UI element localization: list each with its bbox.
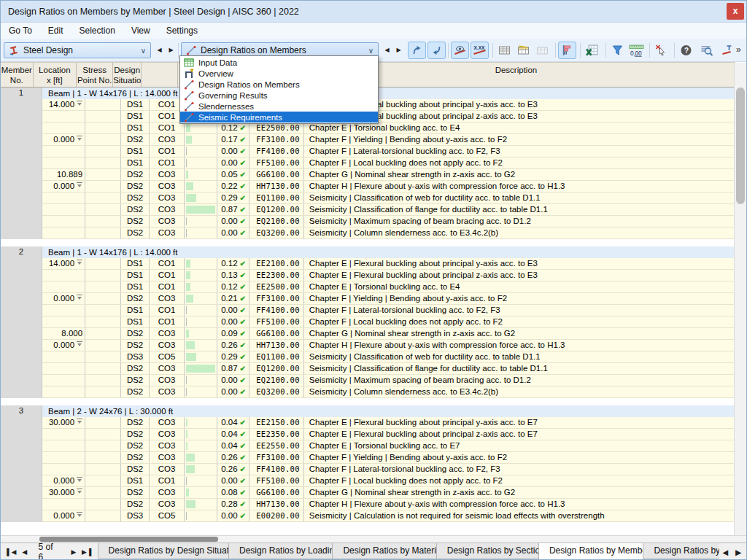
table-row[interactable]: DS2CO30.87✔EQ1200.00Seismicity | Classif… [42,204,735,216]
table-row[interactable]: 0.000DS1CO10.00✔FF5100.00Chapter F | Loc… [42,475,735,487]
cell-ratio-bar [185,363,217,374]
member-group-header[interactable]: Beam | 1 - W 14x176 | L : 14.000 ft [42,88,735,99]
member-results-icon[interactable] [718,42,736,59]
table-row[interactable]: 14.000DS1CO10.12✔EE2100.00Chapter E | Fl… [42,99,735,111]
toolbar-overflow-chevron[interactable]: » [736,44,741,55]
jump-to-previous-icon[interactable] [408,42,426,59]
table-row[interactable]: 30.000DS2CO30.04✔EE2150.00Chapter E | Fl… [42,417,735,429]
menu-item-selection[interactable]: Selection [71,23,123,39]
jump-to-next-icon[interactable] [427,42,446,59]
next-module-button[interactable]: ▶ [166,43,177,58]
next-table-button[interactable]: ▶ [393,43,404,58]
filter-funnel-icon[interactable] [608,42,627,59]
last-page-button[interactable]: ▶▐ [80,548,93,556]
module-combo[interactable]: Steel Design ∨ [4,42,151,58]
menu-item-go-to[interactable]: Go To [1,23,40,39]
table-row[interactable]: DS1CO10.13✔EE2300.00Chapter E | Flexural… [42,270,735,281]
table-row[interactable]: DS2CO30.04✔EE2550.00Chapter E | Torsiona… [42,440,735,452]
table-row[interactable]: DS3CO50.29✔EQ1100.00Seismicity | Classif… [42,351,735,363]
tab-design-ratios-by-loading[interactable]: Design Ratios by Loading [228,543,333,559]
table-row[interactable]: DS1CO10.12✔EE2500.00Chapter E | Torsiona… [42,122,735,134]
table-row[interactable]: DS2CO30.28✔HH7130.00Chapter H | Flexure … [42,499,735,510]
vertical-scrollbar[interactable] [734,63,746,535]
table-row[interactable]: DS1CO10.00✔FF5100.00Chapter F | Local bu… [42,158,735,169]
table-row[interactable]: 8.000DS2CO30.09✔GG6100.00Chapter G | Nom… [42,328,735,340]
member-group-header[interactable]: Beam | 2 - W 24x76 | L : 30.000 ft [42,405,735,417]
check-passed-icon: ✔ [240,206,246,214]
vertical-scrollbar-thumb[interactable] [736,88,745,204]
column-header-ds[interactable]: DesignSituation [113,63,142,87]
table-row[interactable]: DS1CO10.00✔FF4100.00Chapter F | Lateral-… [42,305,735,316]
prev-module-button[interactable]: ◀ [154,43,165,58]
table-row[interactable]: DS2CO30.26✔FF4100.00Chapter F | Lateral-… [42,464,735,475]
table-row[interactable]: DS2CO30.87✔EQ1200.00Seismicity | Classif… [42,363,735,375]
cell-stress-point [85,111,121,122]
table-row[interactable]: DS2CO30.00✔EQ3200.00Seismicity | Column … [42,386,735,398]
member-group-header[interactable]: Beam | 1 - W 14x176 | L : 14.000 ft [42,246,735,258]
tab-scroll-right-icon[interactable]: ▶ [732,548,745,556]
tab-design-ratios-by-section[interactable]: Design Ratios by Section [436,543,539,559]
dropdown-item-input-data[interactable]: Input Data [180,57,378,68]
table-row[interactable]: DS1CO10.00✔FF4100.00Chapter F | Lateral-… [42,146,735,158]
table-row[interactable]: 0.000DS2CO30.21✔FF3100.00Chapter F | Yie… [42,293,735,305]
tab-scroll-left-icon[interactable]: ◀ [719,548,732,556]
dropdown-item-design-ratios-on-members[interactable]: Design Ratios on Members [180,79,378,90]
table-row[interactable]: DS2CO30.29✔EQ1100.00Seismicity | Classif… [42,192,735,204]
close-button[interactable]: x [727,3,744,20]
horizontal-scrollbar[interactable] [1,535,747,542]
decimal-places-icon[interactable]: 0,00 [627,42,646,59]
prev-page-button[interactable]: ◀ [18,548,31,556]
table-row[interactable]: DS2CO30.00✔EQ2100.00Seismicity | Maximum… [42,216,735,228]
dropdown-item-overview[interactable]: Overview [180,68,378,79]
table-row[interactable]: 10.889DS2CO30.05✔GG6100.00Chapter G | No… [42,169,735,181]
dropdown-item-seismic-requirements[interactable]: Seismic Requirements [180,112,378,122]
result-chart-panel-icon[interactable] [558,42,576,59]
help-icon[interactable]: ? [677,42,695,59]
table-row[interactable]: 0.000DS3CO50.00✔E00200.00Seismicity | Ca… [42,510,735,522]
cell-ratio-bar [185,134,217,145]
tab-design-ratios-by-material[interactable]: Design Ratios by Material [332,543,436,559]
tab-design-ratios-by-member[interactable]: Design Ratios by Member [538,543,643,560]
table-grid-icon[interactable] [495,42,514,59]
table-row[interactable]: 0.000DS2CO30.26✔HH7130.00Chapter H | Fle… [42,340,735,351]
table-row[interactable]: DS2CO30.00✔EQ3200.00Seismicity | Column … [42,228,735,239]
table-row[interactable]: DS2CO30.00✔EQ2100.00Seismicity | Maximum… [42,375,735,386]
table-row[interactable]: 0.000DS2CO30.17✔FF3100.00Chapter F | Yie… [42,134,735,146]
next-page-button[interactable]: ▶ [67,548,80,556]
menu-item-view[interactable]: View [123,23,158,39]
tab-design-ratios-by-design-situation[interactable]: Design Ratios by Design Situation [98,543,229,559]
show-values-icon[interactable]: X.XX [471,42,489,59]
menu-item-edit[interactable]: Edit [40,23,71,39]
table-row[interactable]: DS2CO30.04✔EE2350.00Chapter E | Flexural… [42,429,735,440]
horizontal-scrollbar-thumb[interactable] [39,537,218,542]
tab-design-ratios-by[interactable]: Design Ratios by [643,543,719,559]
column-header-loc[interactable]: Locationx [ft] [34,63,77,87]
table-plain-icon[interactable] [533,42,551,59]
prev-table-button[interactable]: ◀ [382,43,392,58]
column-header-mem[interactable]: MemberNo. [1,63,34,87]
cell-loading: CO3 [150,375,185,386]
table-row[interactable]: DS1CO10.13✔EE2300.00Chapter E | Flexural… [42,111,735,122]
cell-design-check: EQ1200.00 [249,204,304,215]
cell-ratio-bar [185,510,217,521]
dropdown-item-governing-results[interactable]: Governing Results [180,90,378,101]
excel-export-icon[interactable] [583,42,601,59]
table-row[interactable]: DS2CO30.26✔FF3100.00Chapter F | Yielding… [42,452,735,464]
table-row[interactable]: 30.000DS2CO30.08✔GG6100.00Chapter G | No… [42,487,735,499]
dropdown-item-slendernesses[interactable]: Slendernesses [180,101,378,112]
cell-ratio-bar [185,487,217,498]
table-row[interactable]: 0.000DS2CO30.22✔HH7130.00Chapter H | Fle… [42,181,735,192]
deselect-cursor-icon[interactable] [652,42,670,59]
member-group: 2Beam | 1 - W 14x176 | L : 14.000 ft14.0… [1,246,735,398]
table-filter-icon[interactable] [514,42,533,59]
table-row[interactable]: 14.000DS1CO10.12✔EE2100.00Chapter E | Fl… [42,258,735,270]
table-row[interactable]: DS1CO10.12✔EE2500.00Chapter E | Torsiona… [42,281,735,293]
column-header-sp[interactable]: StressPoint No. [77,63,113,87]
show-result-diagram-icon[interactable] [451,42,469,59]
max-location-icon [77,419,82,424]
column-header-co[interactable] [142,63,177,87]
search-table-icon[interactable] [697,42,716,59]
first-page-button[interactable]: ▌◀ [5,548,18,556]
table-row[interactable]: DS1CO10.00✔FF5100.00Chapter F | Local bu… [42,316,735,328]
menu-item-settings[interactable]: Settings [158,23,206,39]
